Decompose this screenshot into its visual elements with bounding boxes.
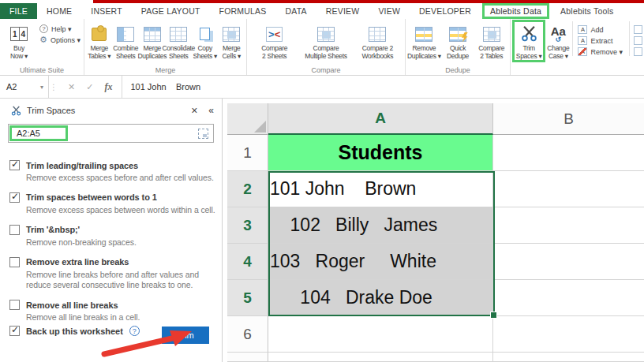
option-remove-extra-line-breaks: Remove extra line breaks Remove line bre… (9, 257, 217, 291)
formula-bar-divider: ⋮ (49, 76, 58, 98)
option-trim-leading-trailing: Trim leading/trailing spaces Remove exce… (9, 160, 217, 183)
tab-developer[interactable]: DEVELOPER (410, 3, 481, 19)
trim-spaces-button[interactable]: TrimSpaces ▾ (512, 20, 545, 62)
column-header-b[interactable]: B (493, 103, 644, 135)
row-header-7[interactable] (227, 353, 268, 362)
remove-icon: A (578, 47, 587, 56)
cell-a1[interactable]: Students (268, 135, 493, 171)
options-button[interactable]: ⚙Options ▾ (39, 35, 80, 44)
select-all-corner[interactable] (227, 103, 268, 135)
option-description: Remove excess spaces between words withi… (26, 205, 217, 215)
insert-function-icon[interactable]: fx (104, 81, 112, 93)
cell-b7[interactable] (493, 353, 644, 362)
row-header-6[interactable]: 6 (227, 316, 268, 353)
copy-sheets-button[interactable]: CopySheets ▾ (192, 21, 219, 60)
combine-sheets-button[interactable]: CombineSheets (113, 21, 140, 60)
compare-multiple-sheets-icon (317, 27, 335, 42)
group-ultimate-suite: 14 BuyNow ▾ ?Help ▾ ⚙Options ▾ Ultimate … (0, 19, 84, 75)
compare-2-tables-button[interactable]: Compare2 Tables (474, 21, 508, 60)
checkbox-trim-leading-trailing[interactable] (9, 160, 20, 170)
cell-b1[interactable] (493, 135, 644, 171)
option-label: Trim '&nbsp;' (26, 225, 80, 234)
compare-2-sheets-button[interactable]: >< Compare2 Sheets (249, 21, 300, 60)
cell-a2-active[interactable]: 101 John Brown (268, 171, 493, 207)
range-picker-icon[interactable] (198, 129, 208, 139)
tab-page-layout[interactable]: PAGE LAYOUT (132, 3, 210, 19)
cell-a5[interactable]: 104 Drake Doe (268, 280, 493, 316)
cancel-icon[interactable]: ✕ (68, 82, 75, 92)
merge-tables-button[interactable]: MergeTables ▾ (86, 21, 113, 60)
sheet-row-1: 1 Students (227, 135, 644, 171)
help-circle-icon[interactable]: ? (129, 326, 140, 336)
cell-a4[interactable]: 103 Roger White (268, 244, 493, 280)
tab-file[interactable]: FILE (0, 3, 37, 19)
row-header-2[interactable]: 2 (227, 171, 268, 207)
puzzle-icon (92, 28, 107, 41)
tab-ablebits-tools[interactable]: Ablebits Tools (551, 3, 623, 19)
buy-now-button[interactable]: 14 BuyNow ▾ (2, 21, 36, 60)
remove-button[interactable]: ARemove ▾ (578, 47, 623, 56)
quick-dedupe-button[interactable]: QuickDedupe (441, 21, 475, 60)
tab-review[interactable]: REVIEW (316, 3, 369, 19)
tab-data[interactable]: DATA (276, 3, 316, 19)
cell-b4[interactable] (493, 244, 644, 280)
group-label: Dedupe (406, 66, 510, 74)
help-button[interactable]: ?Help ▾ (39, 24, 80, 33)
compare-2-workbooks-icon (369, 27, 386, 42)
option-remove-all-line-breaks: Remove all line breaks Remove all line b… (9, 300, 217, 323)
option-description: Remove excess spaces before and after ce… (26, 173, 217, 183)
cell-b2[interactable] (493, 171, 644, 207)
checkbox-remove-extra-line-breaks[interactable] (9, 257, 20, 267)
compare-multiple-sheets-button[interactable]: CompareMultiple Sheets (300, 21, 351, 60)
gear-icon: ⚙ (39, 35, 47, 44)
row-header-5[interactable]: 5 (227, 280, 268, 316)
clipped-edge-icons (629, 21, 642, 56)
cell-a7[interactable] (268, 353, 493, 362)
checkbox-backup-worksheet[interactable] (9, 326, 20, 336)
tab-formulas[interactable]: FORMULAS (210, 3, 276, 19)
cell-b3[interactable] (493, 207, 644, 244)
collapse-icon[interactable]: « (208, 105, 214, 116)
merge-duplicates-icon (144, 27, 161, 42)
cell-a6[interactable] (268, 316, 493, 353)
compare-2-workbooks-button[interactable]: Compare 2Workbooks (352, 21, 403, 60)
row-header-3[interactable]: 3 (227, 207, 268, 244)
option-label: Trim leading/trailing spaces (26, 161, 138, 170)
change-case-button[interactable]: Aa↺ ChangeCase ▾ (545, 21, 571, 60)
sheet-row-3: 3 102 Billy James (227, 207, 644, 244)
row-header-4[interactable]: 4 (227, 244, 268, 280)
cell-b6[interactable] (493, 316, 644, 353)
trim-button[interactable]: Trim (162, 327, 209, 344)
tab-ablebits-data[interactable]: Ablebits Data (482, 3, 549, 19)
sheet-row-4: 4 103 Roger White (227, 244, 644, 280)
option-label: Remove all line breaks (26, 300, 118, 310)
close-icon[interactable]: × (191, 106, 197, 115)
merge-cells-button[interactable]: MergeCells ▾ (219, 21, 245, 60)
help-icon: ? (39, 24, 48, 33)
name-box[interactable]: A2 ▾ (0, 76, 49, 98)
cell-a3[interactable]: 102 Billy James (268, 207, 493, 244)
option-label: Trim spaces between words to 1 (26, 192, 157, 202)
checkbox-remove-all-line-breaks[interactable] (9, 300, 20, 310)
row-header-1[interactable]: 1 (227, 135, 268, 171)
name-box-dropdown-icon[interactable]: ▾ (40, 84, 43, 91)
buy-now-icon: 14 (10, 27, 28, 41)
range-input[interactable]: A2:A5 (8, 124, 214, 143)
column-header-a[interactable]: A (268, 103, 493, 135)
add-button[interactable]: AAdd (578, 25, 623, 34)
checkbox-trim-nbsp[interactable] (9, 225, 20, 235)
extract-button[interactable]: AExtract (578, 36, 623, 45)
merge-cells-icon (223, 27, 240, 42)
checkbox-trim-between-words[interactable] (9, 192, 20, 203)
formula-input[interactable]: 101 John Brown (122, 76, 200, 98)
compare-2-tables-icon (483, 27, 500, 42)
remove-duplicates-button[interactable]: RemoveDuplicates ▾ (407, 21, 441, 60)
tab-insert[interactable]: INSERT (81, 3, 132, 19)
tab-view[interactable]: VIEW (369, 3, 410, 19)
scissors-icon (11, 106, 21, 116)
group-compare: >< Compare2 Sheets CompareMultiple Sheet… (247, 19, 406, 75)
cell-b5[interactable] (493, 280, 644, 316)
consolidate-sheets-button[interactable]: ConsolidateSheets (166, 21, 193, 60)
tab-home[interactable]: HOME (37, 3, 81, 19)
enter-icon[interactable]: ✓ (86, 82, 93, 92)
